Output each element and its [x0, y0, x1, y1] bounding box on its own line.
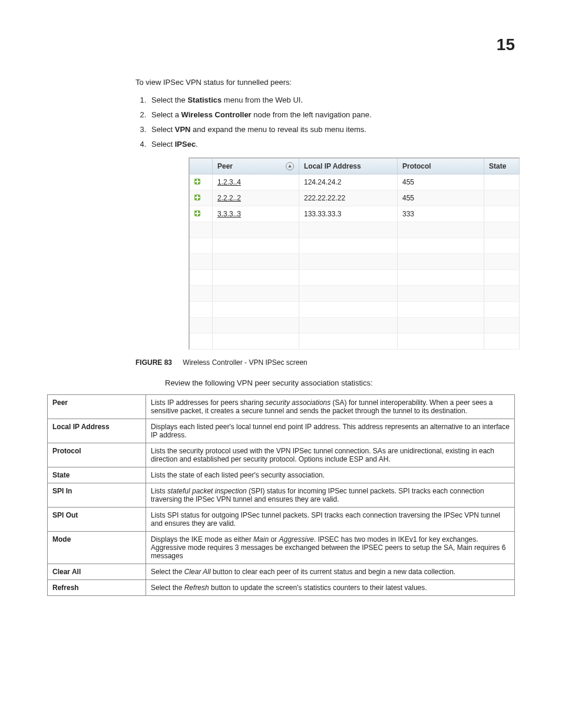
desc-text: Lists SPI status for outgoing IPSec tunn…: [151, 511, 500, 528]
step-bold: IPSec: [175, 140, 196, 149]
cell-state: [484, 206, 520, 222]
definition-desc: Select the Clear All button to clear eac…: [146, 564, 515, 580]
definition-desc: Lists IP addresses for peers sharing sec…: [146, 395, 515, 419]
definition-term: Local IP Address: [48, 419, 146, 443]
header-protocol[interactable]: Protocol: [398, 159, 484, 174]
table-row: [190, 254, 520, 270]
step-item: Select VPN and expand the menu to reveal…: [148, 125, 515, 134]
plus-icon[interactable]: [194, 210, 200, 216]
definition-term: Peer: [48, 395, 146, 419]
step-suffix: node from the left navigation pane.: [252, 110, 372, 119]
table-row: [190, 286, 520, 302]
row-expand-icon-cell[interactable]: [190, 174, 213, 190]
italic-text: stateful packet inspection: [167, 487, 247, 495]
step-suffix: and expand the menu to reveal its sub me…: [190, 125, 366, 134]
cell-local-ip: 222.22.22.22: [299, 190, 398, 206]
definition-term: SPI Out: [48, 508, 146, 532]
desc-text: Displays each listed peer's local tunnel…: [151, 423, 510, 439]
definition-term: Refresh: [48, 580, 146, 596]
ipsec-screenshot: Peer ▲ Local IP Address Protocol State 1…: [189, 157, 520, 350]
table-row[interactable]: 2.2.2..2 222.22.22.22 455: [190, 190, 520, 206]
table-row: [190, 238, 520, 254]
definition-row: StateLists the state of each listed peer…: [48, 467, 515, 483]
cell-peer[interactable]: 2.2.2..2: [213, 190, 299, 206]
definition-desc: Lists the security protocol used with th…: [146, 443, 515, 467]
italic-text: Aggressive: [279, 535, 313, 543]
desc-text: Select the: [151, 584, 184, 592]
peer-link[interactable]: 2.2.2..2: [217, 194, 241, 202]
definition-desc: Displays each listed peer's local tunnel…: [146, 419, 515, 443]
table-row: [190, 270, 520, 286]
table-row[interactable]: 3.3.3..3 133.33.33.3 333: [190, 206, 520, 222]
step-bold: VPN: [175, 125, 191, 134]
cell-protocol: 333: [398, 206, 484, 222]
cell-peer[interactable]: 3.3.3..3: [213, 206, 299, 222]
cell-state: [484, 190, 520, 206]
definition-row: RefreshSelect the Refresh button to upda…: [48, 580, 515, 596]
peer-link[interactable]: 3.3.3..3: [217, 210, 241, 218]
cell-state: [484, 174, 520, 190]
desc-text: Lists the state of each listed peer's se…: [151, 471, 325, 479]
step-item: Select a Wireless Controller node from t…: [148, 110, 515, 119]
definitions-table: PeerLists IP addresses for peers sharing…: [47, 394, 515, 596]
desc-text: Lists IP addresses for peers sharing: [151, 398, 266, 407]
figure-caption-text: Wireless Controller - VPN IPSec screen: [183, 358, 307, 367]
definition-desc: Lists stateful packet inspection (SPI) s…: [146, 483, 515, 508]
figure-label: FIGURE 83: [135, 358, 172, 367]
header-local-ip[interactable]: Local IP Address: [299, 159, 398, 174]
definition-desc: Displays the IKE mode as either Main or …: [146, 532, 515, 564]
table-row: [190, 222, 520, 238]
row-expand-icon-cell[interactable]: [190, 190, 213, 206]
cell-local-ip: 124.24.24.2: [299, 174, 398, 190]
intro-text: To view IPSec VPN status for tunnelled p…: [135, 78, 515, 87]
desc-text: button to clear each peer of its current…: [211, 568, 456, 576]
definition-row: ProtocolLists the security protocol used…: [48, 443, 515, 467]
desc-text: Lists: [151, 487, 167, 495]
definition-row: PeerLists IP addresses for peers sharing…: [48, 395, 515, 419]
figure-caption: FIGURE 83 Wireless Controller - VPN IPSe…: [135, 358, 515, 367]
table-row: [190, 318, 520, 334]
page-number: 15: [47, 35, 515, 54]
step-prefix: Select: [151, 125, 175, 134]
desc-text: Lists the security protocol used with th…: [151, 447, 494, 463]
desc-text: Select the: [151, 568, 184, 576]
step-item: Select the Statistics menu from the Web …: [148, 95, 515, 104]
step-prefix: Select a: [151, 110, 181, 119]
peer-link[interactable]: 1.2.3..4: [217, 178, 241, 186]
header-peer-label: Peer: [217, 162, 233, 170]
definition-row: SPI InLists stateful packet inspection (…: [48, 483, 515, 508]
definition-term: SPI In: [48, 483, 146, 508]
header-state[interactable]: State: [484, 159, 520, 174]
step-bold: Wireless Controller: [181, 110, 252, 119]
table-row: [190, 334, 520, 350]
row-expand-icon-cell[interactable]: [190, 206, 213, 222]
ipsec-table-body: 1.2.3..4 124.24.24.2 455 2.2.2..2 222.22…: [190, 174, 520, 350]
header-peer[interactable]: Peer ▲: [213, 159, 299, 174]
sort-asc-icon[interactable]: ▲: [286, 162, 294, 170]
ipsec-table: Peer ▲ Local IP Address Protocol State 1…: [190, 159, 520, 350]
cell-local-ip: 133.33.33.3: [299, 206, 398, 222]
step-item: Select IPSec.: [148, 140, 515, 149]
plus-icon[interactable]: [194, 195, 200, 200]
definition-desc: Lists SPI status for outgoing IPSec tunn…: [146, 508, 515, 532]
definition-term: Clear All: [48, 564, 146, 580]
definition-row: Clear AllSelect the Clear All button to …: [48, 564, 515, 580]
italic-text: security associations: [266, 398, 331, 407]
italic-text: Clear All: [184, 568, 211, 576]
desc-text: button to update the screen's statistics…: [209, 584, 427, 592]
step-suffix: .: [196, 140, 198, 149]
table-row[interactable]: 1.2.3..4 124.24.24.2 455: [190, 174, 520, 190]
cell-peer[interactable]: 1.2.3..4: [213, 174, 299, 190]
step-prefix: Select the: [151, 95, 187, 104]
step-prefix: Select: [151, 140, 175, 149]
header-icon-col[interactable]: [190, 159, 213, 174]
definition-row: Local IP AddressDisplays each listed pee…: [48, 419, 515, 443]
definition-row: SPI OutLists SPI status for outgoing IPS…: [48, 508, 515, 532]
plus-icon[interactable]: [194, 179, 200, 185]
review-intro: Review the following VPN peer security a…: [165, 378, 515, 387]
desc-text: Displays the IKE mode as either: [151, 535, 253, 543]
table-row: [190, 302, 520, 318]
italic-text: Main: [253, 535, 269, 543]
definition-desc: Select the Refresh button to update the …: [146, 580, 515, 596]
desc-text: or: [269, 535, 279, 543]
